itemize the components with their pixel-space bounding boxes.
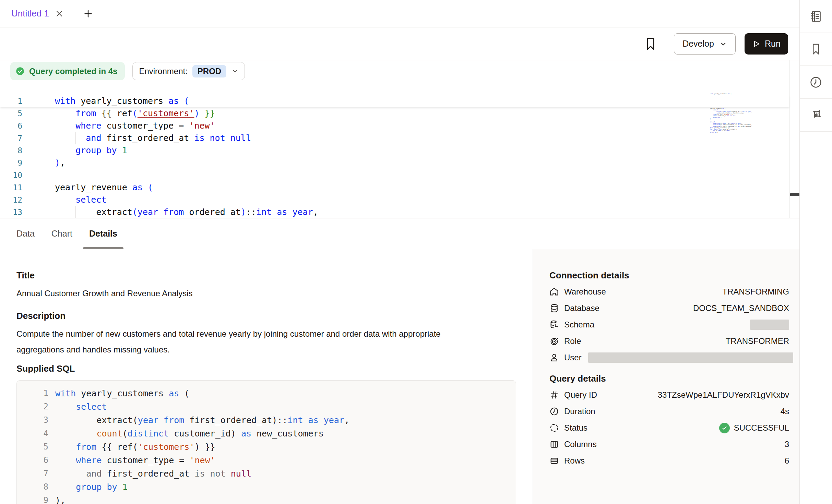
row-label: Status <box>564 423 587 433</box>
query-status-row: Query completed in 4s Environment: PROD <box>10 62 245 80</box>
code-text: extract(year from ordered_at)::int as ye… <box>55 206 318 218</box>
environment-selector[interactable]: Environment: PROD <box>132 62 245 80</box>
rail-button-bookmark[interactable] <box>800 33 832 66</box>
code-line[interactable]: 4 count(distinct customer_id) as new_cus… <box>17 427 516 440</box>
row-label: Duration <box>564 407 595 416</box>
code-line[interactable]: 10 <box>0 169 757 181</box>
code-line[interactable]: 6 where customer_type = 'new' <box>17 454 516 467</box>
results-tab-data[interactable]: Data <box>10 218 41 249</box>
code-line[interactable]: 5 from {{ ref('customers') }} <box>17 440 516 454</box>
user-icon <box>549 353 559 362</box>
run-button[interactable]: Run <box>745 33 788 55</box>
rail-button-explore[interactable] <box>800 99 832 132</box>
code-text: and first_ordered_at is not null <box>55 467 251 480</box>
line-number: 5 <box>26 440 48 454</box>
line-number: 6 <box>0 120 22 132</box>
row-value: 33TZseWpe1ALFDUYerxR1gVKxbv <box>658 390 789 400</box>
columns-icon <box>549 440 559 449</box>
details-main: Title Annual Customer Growth and Revenue… <box>0 249 533 504</box>
line-number: 8 <box>26 480 48 494</box>
row-value: TRANSFORMER <box>726 336 789 346</box>
explore-icon <box>808 108 823 123</box>
code-line[interactable]: 11yearly_revenue as ( <box>0 181 757 194</box>
row-label: Warehouse <box>564 287 606 297</box>
code-lines[interactable]: 5 from {{ ref('customers') }}6 where cus… <box>0 107 757 218</box>
results-tab-details[interactable]: Details <box>83 218 123 249</box>
code-line[interactable]: 6 where customer_type = 'new' <box>0 120 757 132</box>
main-column: Untitled 1 Develop <box>0 0 799 504</box>
code-line[interactable]: 9), <box>0 157 757 169</box>
line-number: 3 <box>26 413 48 427</box>
row-label: Database <box>564 303 599 313</box>
code-text: with yearly_customers as ( <box>55 387 189 400</box>
line-number: 5 <box>0 107 22 120</box>
rows-icon <box>549 456 559 466</box>
code-text: where customer_type = 'new' <box>55 454 215 467</box>
redacted-value <box>750 320 789 330</box>
line-number: 7 <box>26 467 48 480</box>
code-line[interactable]: 2 select <box>17 400 516 413</box>
schema-icon <box>549 320 559 329</box>
code-text: group by 1 <box>55 480 128 494</box>
code-line[interactable]: 5 from {{ ref('customers') }} <box>0 107 757 120</box>
query-id-row: Query ID33TZseWpe1ALFDUYerxR1gVKxbv <box>549 387 789 403</box>
loader-icon <box>549 423 559 433</box>
code-line[interactable]: 3 extract(year from first_ordered_at)::i… <box>17 413 516 427</box>
code-line[interactable]: 1with yearly_customers as ( <box>0 95 789 107</box>
status-row: StatusSUCCESSFUL <box>549 420 789 436</box>
code-line[interactable]: 8 group by 1 <box>17 480 516 494</box>
rail-button-notebook[interactable] <box>800 0 832 33</box>
sql-editor[interactable]: Query completed in 4s Environment: PROD … <box>0 60 799 218</box>
code-text: with yearly_customers as ( <box>55 95 189 107</box>
editor-scrollbar[interactable] <box>789 60 799 218</box>
notebook-icon <box>809 10 823 23</box>
row-value: 3 <box>785 440 789 449</box>
line-number: 7 <box>0 132 22 144</box>
role-icon <box>549 336 559 346</box>
bookmark-icon[interactable] <box>644 36 657 51</box>
row-value: TRANSFORMING <box>722 287 789 297</box>
duration-row: Duration4s <box>549 403 789 420</box>
plus-icon <box>83 9 93 19</box>
row-value: 6 <box>785 456 789 466</box>
code-line[interactable]: 9), <box>17 494 516 504</box>
run-label: Run <box>765 39 781 49</box>
close-tab-icon[interactable] <box>55 10 63 18</box>
chevron-down-icon <box>720 40 727 48</box>
develop-button[interactable]: Develop <box>674 33 736 55</box>
role-row: RoleTRANSFORMER <box>549 333 789 349</box>
code-line[interactable]: 7 and first_ordered_at is not null <box>17 467 516 480</box>
scrollbar-thumb[interactable] <box>790 193 799 196</box>
environment-badge: PROD <box>192 65 226 77</box>
code-text: and first_ordered_at is not null <box>55 132 251 144</box>
tab-untitled-1[interactable]: Untitled 1 <box>0 0 74 27</box>
code-line[interactable]: 13 extract(year from ordered_at)::int as… <box>0 206 757 218</box>
row-label: Query ID <box>564 390 597 400</box>
play-icon <box>752 40 760 48</box>
new-tab-button[interactable] <box>74 0 102 27</box>
code-text: from {{ ref('customers') }} <box>55 440 215 454</box>
code-line[interactable]: 1with yearly_customers as ( <box>17 387 516 400</box>
code-text: from {{ ref('customers') }} <box>55 107 215 120</box>
sticky-scroll-line[interactable]: 1with yearly_customers as ( <box>0 95 789 107</box>
develop-label: Develop <box>682 39 714 49</box>
editor-minimap[interactable]: with yearly_customers as ( select extrac… <box>710 93 757 193</box>
line-number: 8 <box>0 144 22 157</box>
row-value: DOCS_TEAM_SANDBOX <box>693 303 789 313</box>
right-icon-rail <box>799 0 832 504</box>
code-line[interactable]: 8 group by 1 <box>0 144 757 157</box>
query-details-heading: Query details <box>549 373 789 384</box>
code-text: select <box>55 194 107 206</box>
code-text: select <box>55 400 107 413</box>
rail-button-history[interactable] <box>800 66 832 99</box>
line-number: 1 <box>26 387 48 400</box>
supplied-sql-block: 1with yearly_customers as (2 select3 ext… <box>16 380 516 504</box>
line-number: 12 <box>0 194 22 206</box>
rail-empty-area <box>800 132 832 504</box>
code-line[interactable]: 12 select <box>0 194 757 206</box>
line-number: 13 <box>0 206 22 218</box>
code-text: ), <box>55 494 66 504</box>
code-line[interactable]: 7 and first_ordered_at is not null <box>0 132 757 144</box>
results-tab-chart[interactable]: Chart <box>45 218 79 249</box>
warehouse-row: WarehouseTRANSFORMING <box>549 284 789 300</box>
